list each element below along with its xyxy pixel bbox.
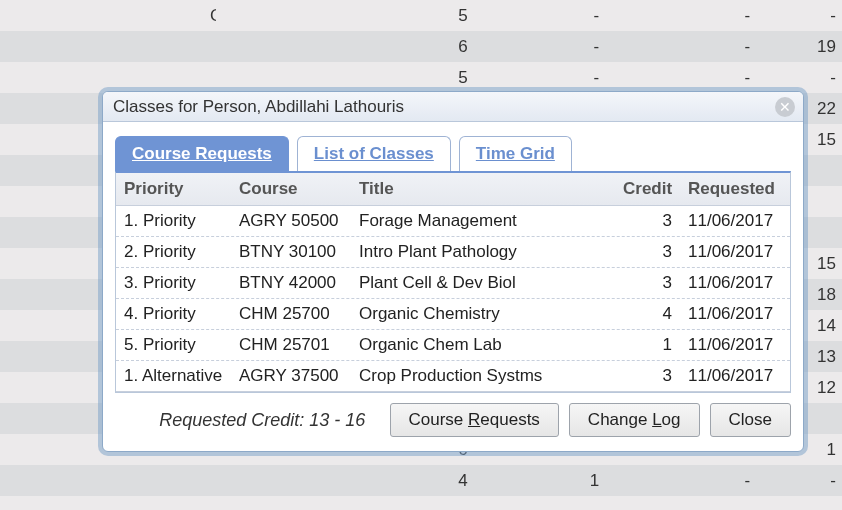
- background-cell: -: [474, 37, 605, 57]
- cell-priority: 1. Alternative: [116, 361, 231, 391]
- background-row: [0, 496, 842, 510]
- cell-credit: 3: [615, 268, 680, 298]
- cell-course: AGRY 50500: [231, 206, 351, 236]
- background-cell: 5: [216, 68, 474, 88]
- col-requested: Requested: [680, 173, 790, 205]
- cell-title: Organic Chemistry: [351, 299, 615, 329]
- table-row[interactable]: 2. PriorityBTNY 30100Intro Plant Patholo…: [116, 237, 790, 268]
- tab-list-of-classes[interactable]: List of Classes: [297, 136, 451, 171]
- btn-text-ul: L: [652, 410, 661, 429]
- background-cell: -: [474, 6, 605, 26]
- background-cell: -: [605, 6, 756, 26]
- col-course: Course: [231, 173, 351, 205]
- cell-requested: 11/06/2017: [680, 268, 790, 298]
- background-cell: 4: [216, 471, 474, 491]
- cell-priority: 1. Priority: [116, 206, 231, 236]
- cell-credit: 3: [615, 361, 680, 391]
- dialog-header: Classes for Person, Abdillahi Lathouris …: [103, 92, 803, 122]
- cell-credit: 4: [615, 299, 680, 329]
- cell-priority: 2. Priority: [116, 237, 231, 267]
- cell-course: AGRY 37500: [231, 361, 351, 391]
- cell-title: Intro Plant Pathology: [351, 237, 615, 267]
- dialog-title: Classes for Person, Abdillahi Lathouris: [113, 97, 404, 117]
- cell-title: Crop Production Systms: [351, 361, 615, 391]
- background-cell: -: [474, 68, 605, 88]
- tab-bar: Course Requests List of Classes Time Gri…: [103, 122, 803, 171]
- table-row[interactable]: 1. AlternativeAGRY 37500Crop Production …: [116, 361, 790, 392]
- cell-priority: 4. Priority: [116, 299, 231, 329]
- background-cell: 19: [756, 37, 842, 57]
- table-header: Priority Course Title Credit Requested: [116, 173, 790, 206]
- cell-requested: 11/06/2017: [680, 237, 790, 267]
- table-row[interactable]: 5. PriorityCHM 25701Organic Chem Lab111/…: [116, 330, 790, 361]
- background-cell: 1: [474, 471, 605, 491]
- btn-text: equests: [480, 410, 540, 429]
- close-icon[interactable]: ✕: [775, 97, 795, 117]
- cell-credit: 3: [615, 206, 680, 236]
- background-row: CourseRequestView TimeA5---: [0, 0, 842, 31]
- dialog-footer: Requested Credit: 13 - 16 Course Request…: [103, 393, 803, 451]
- course-requests-button[interactable]: Course Requests: [390, 403, 559, 437]
- table-row[interactable]: 3. PriorityBTNY 42000Plant Cell & Dev Bi…: [116, 268, 790, 299]
- cell-course: CHM 25700: [231, 299, 351, 329]
- background-cell: -: [605, 68, 756, 88]
- close-button[interactable]: Close: [710, 403, 791, 437]
- cell-requested: 11/06/2017: [680, 330, 790, 360]
- cell-priority: 5. Priority: [116, 330, 231, 360]
- cell-course: CHM 25701: [231, 330, 351, 360]
- change-log-button[interactable]: Change Log: [569, 403, 700, 437]
- dialog-shadow: Classes for Person, Abdillahi Lathouris …: [98, 87, 808, 456]
- cell-requested: 11/06/2017: [680, 299, 790, 329]
- table-row[interactable]: 4. PriorityCHM 25700Organic Chemistry411…: [116, 299, 790, 330]
- background-cell: -: [605, 471, 756, 491]
- btn-text: Change: [588, 410, 652, 429]
- cell-priority: 3. Priority: [116, 268, 231, 298]
- btn-text-ul: R: [468, 410, 480, 429]
- background-cell: -: [756, 6, 842, 26]
- cell-requested: 11/06/2017: [680, 206, 790, 236]
- cell-title: Forage Management: [351, 206, 615, 236]
- cell-credit: 3: [615, 237, 680, 267]
- cell-course: BTNY 42000: [231, 268, 351, 298]
- background-cell: CourseRequestView TimeA: [0, 6, 216, 26]
- col-priority: Priority: [116, 173, 231, 205]
- table-row[interactable]: 1. PriorityAGRY 50500Forage Management31…: [116, 206, 790, 237]
- cell-title: Plant Cell & Dev Biol: [351, 268, 615, 298]
- btn-text: og: [662, 410, 681, 429]
- background-cell: -: [756, 471, 842, 491]
- background-cell: -: [756, 68, 842, 88]
- background-cell: 5: [216, 6, 474, 26]
- background-row: 6--19: [0, 31, 842, 62]
- cell-credit: 1: [615, 330, 680, 360]
- classes-dialog: Classes for Person, Abdillahi Lathouris …: [102, 91, 804, 452]
- col-credit: Credit: [615, 173, 680, 205]
- tab-time-grid[interactable]: Time Grid: [459, 136, 572, 171]
- cell-requested: 11/06/2017: [680, 361, 790, 391]
- cell-title: Organic Chem Lab: [351, 330, 615, 360]
- background-row: 41--: [0, 465, 842, 496]
- btn-text: Course: [409, 410, 469, 429]
- tab-course-requests[interactable]: Course Requests: [115, 136, 289, 171]
- cell-course: BTNY 30100: [231, 237, 351, 267]
- background-cell: 6: [216, 37, 474, 57]
- requested-credit-label: Requested Credit: 13 - 16: [115, 410, 380, 431]
- background-cell: -: [605, 37, 756, 57]
- requests-table: Priority Course Title Credit Requested 1…: [115, 171, 791, 393]
- col-title: Title: [351, 173, 615, 205]
